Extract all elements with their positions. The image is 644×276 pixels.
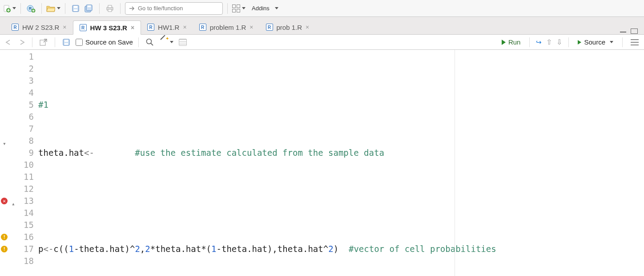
new-project-icon: R [27, 4, 36, 12]
gutter-line: 12 [0, 183, 38, 195]
run-button[interactable]: Run [499, 37, 523, 47]
close-icon[interactable]: × [63, 24, 66, 30]
new-project-button[interactable]: R [25, 3, 37, 14]
gutter-line: 7 [0, 123, 38, 135]
show-in-new-window-button[interactable] [38, 37, 49, 48]
toolbar-divider [65, 3, 65, 14]
gutter-line: 15 [0, 219, 38, 231]
r-file-icon: R [12, 24, 19, 31]
editor-tabs: R HW 2 S23.R × R HW 3 S23.R × R HW1.R × … [0, 17, 644, 35]
warning-marker-icon[interactable]: ! [1, 234, 8, 240]
print-button[interactable] [104, 3, 116, 14]
report-icon [179, 39, 187, 46]
search-icon [145, 38, 154, 47]
panes-button[interactable] [232, 3, 246, 14]
code-area[interactable]: #1 theta.hat<- #use the estimate calcula… [38, 50, 644, 276]
toolbar-divider [529, 37, 530, 47]
warning-marker-icon[interactable]: ! [1, 246, 8, 252]
save-all-icon [85, 4, 93, 12]
goto-arrow-icon [129, 6, 135, 11]
rerun-button[interactable]: ↪ [536, 38, 542, 46]
r-file-icon: R [266, 24, 273, 31]
caret-down-icon [610, 41, 613, 43]
caret-down-icon [170, 41, 173, 43]
gutter-line: 9 [0, 147, 38, 159]
minimize-pane-button[interactable] [620, 28, 626, 32]
caret-down-icon [57, 7, 60, 9]
toolbar-divider [32, 37, 32, 47]
tab-hw3[interactable]: R HW 3 S23.R × [73, 20, 141, 35]
code-line: theta.hat<- #use the estimate calculated… [38, 147, 644, 159]
tab-problem1[interactable]: R problem 1.R × [193, 20, 260, 34]
maximize-pane-button[interactable] [631, 28, 638, 34]
close-icon[interactable]: × [183, 24, 186, 30]
compile-report-button[interactable] [177, 37, 189, 48]
editor-save-button[interactable] [60, 37, 72, 48]
gutter-line: !16 [0, 231, 38, 243]
document-outline-button[interactable] [629, 37, 640, 48]
source-on-save-label: Source on Save [85, 38, 133, 46]
toolbar-divider [568, 37, 569, 47]
gutter-line: 10 [0, 159, 38, 171]
tab-label: HW 2 S23.R [22, 24, 59, 31]
svg-rect-10 [88, 5, 91, 7]
outline-icon [631, 39, 639, 45]
svg-rect-17 [64, 43, 68, 45]
caret-down-icon [275, 7, 278, 9]
nav-forward-button[interactable] [17, 37, 27, 47]
tab-label: HW 3 S23.R [90, 24, 127, 32]
code-line: p<-c((1-theta.hat)^2,2*theta.hat*(1-thet… [38, 243, 644, 255]
tab-label: HW1.R [158, 24, 179, 31]
svg-rect-14 [40, 40, 45, 45]
save-button[interactable] [70, 3, 81, 14]
toolbar-divider [120, 3, 121, 14]
code-editor[interactable]: 1 2 3 4 5 6 7 ▾8 9 10 11 12 ✕▴13 14 15 !… [0, 50, 644, 276]
addins-menu[interactable]: Addins [247, 3, 281, 14]
source-on-save-checkbox[interactable]: Source on Save [76, 38, 133, 46]
gutter-line: ✕▴13 [0, 195, 38, 207]
save-all-button[interactable] [83, 3, 95, 14]
source-on-save-input[interactable] [76, 39, 83, 46]
source-label: Source [584, 38, 605, 46]
tab-hw2[interactable]: R HW 2 S23.R × [5, 20, 73, 34]
svg-rect-6 [74, 6, 77, 8]
gutter-line: 4 [0, 87, 38, 99]
goto-file-function-input[interactable]: Go to file/function [125, 2, 223, 15]
close-icon[interactable]: × [306, 24, 309, 30]
nav-back-button[interactable] [4, 37, 13, 47]
gutter-line: 1 [0, 51, 38, 63]
code-tools-button[interactable] [159, 37, 173, 48]
prev-section-button[interactable]: ⇧ [546, 38, 552, 46]
play-icon [502, 40, 506, 45]
svg-rect-16 [64, 40, 68, 42]
open-folder-icon [46, 5, 55, 12]
tab-hw1[interactable]: R HW1.R × [141, 20, 193, 34]
gutter-line: 5 [0, 99, 38, 111]
gutter-line: 14 [0, 207, 38, 219]
tab-prob1[interactable]: R prob 1.R × [260, 20, 316, 34]
r-file-icon: R [80, 24, 87, 31]
new-file-button[interactable] [3, 3, 16, 14]
gutter-line: ▾8 [0, 135, 38, 147]
error-marker-icon[interactable]: ✕ [1, 198, 8, 204]
close-icon[interactable]: × [131, 24, 134, 31]
code-line: #1 [38, 99, 644, 111]
close-icon[interactable]: × [250, 24, 253, 30]
arrow-left-icon [4, 39, 12, 45]
line-gutter: 1 2 3 4 5 6 7 ▾8 9 10 11 12 ✕▴13 14 15 !… [0, 50, 38, 276]
save-icon [63, 39, 70, 46]
svg-text:R: R [29, 6, 32, 11]
toolbar-divider [227, 3, 228, 14]
run-label: Run [508, 38, 521, 46]
next-section-button[interactable]: ⇩ [556, 38, 562, 46]
tab-label: prob 1.R [277, 24, 302, 31]
open-file-button[interactable] [46, 3, 60, 14]
source-button[interactable]: Source [575, 37, 616, 47]
caret-down-icon [12, 7, 16, 9]
find-replace-button[interactable] [144, 37, 156, 48]
r-file-icon: R [147, 24, 154, 31]
save-icon [72, 5, 79, 12]
toolbar-divider [138, 37, 139, 47]
tab-label: problem 1.R [210, 24, 246, 31]
gutter-line: !17 [0, 243, 38, 255]
